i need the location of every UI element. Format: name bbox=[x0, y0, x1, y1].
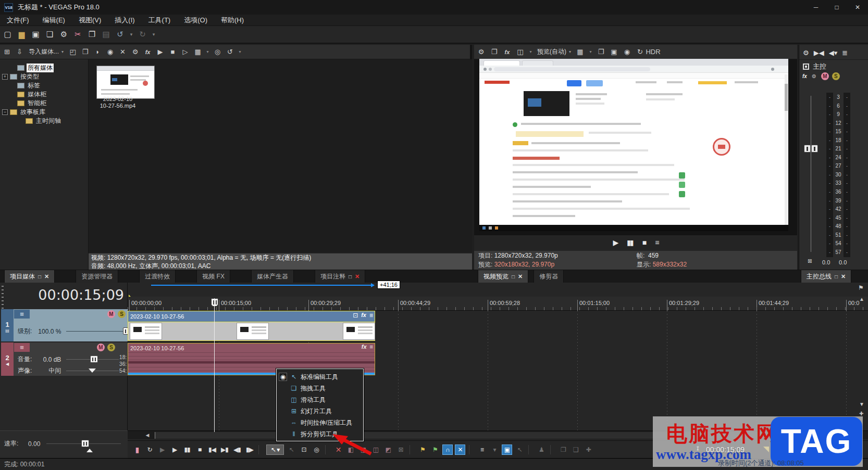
new-bin-icon[interactable]: ⊞ bbox=[2, 47, 12, 57]
import-dropdown-icon[interactable]: ▾ bbox=[61, 49, 64, 54]
prev-frame-icon[interactable]: ◀▮ bbox=[232, 444, 242, 455]
bus-fx-icon[interactable]: fx bbox=[802, 72, 807, 80]
audio-track-header[interactable]: 2◀ ≡ M S 音量: 0.0 dB 声像: 中间 bbox=[1, 342, 128, 376]
auto-ripple-icon[interactable]: ▣ bbox=[502, 444, 512, 455]
tree-item[interactable]: 智能柜 bbox=[0, 99, 88, 108]
dock-tab[interactable]: 媒体产生器 bbox=[251, 270, 294, 283]
stop-icon[interactable]: ■ bbox=[194, 444, 205, 455]
scopes-icon[interactable]: ◉ bbox=[622, 47, 632, 57]
track-mute-icon[interactable]: M bbox=[107, 310, 115, 318]
undo-dropdown-icon[interactable]: ▾ bbox=[129, 29, 134, 40]
track-menu-icon[interactable]: ≡ bbox=[14, 310, 30, 319]
hdr-icon[interactable]: HDR bbox=[648, 47, 658, 57]
cut-icon[interactable]: ✂ bbox=[72, 29, 83, 40]
scroll-up-icon[interactable]: ▲ bbox=[859, 296, 864, 302]
edit-tool-button[interactable]: ↖ ▾ bbox=[266, 444, 284, 455]
add-track-icon[interactable]: ✚ bbox=[583, 444, 593, 455]
clip-menu-icon[interactable]: ≡ bbox=[370, 344, 373, 350]
track-list-icon[interactable]: ≡ bbox=[477, 444, 487, 455]
preview-menu-button[interactable]: ≡ bbox=[655, 238, 658, 247]
menu-item[interactable]: 插入(I) bbox=[108, 16, 141, 25]
dock-tab[interactable]: 资源管理器 bbox=[76, 270, 118, 283]
track-solo-icon[interactable]: S bbox=[118, 310, 126, 318]
auto-crossfade-icon[interactable]: ✕ bbox=[455, 444, 465, 455]
tree-item[interactable]: − 故事板库 bbox=[0, 108, 88, 117]
preview-play-icon[interactable]: ▶ bbox=[155, 47, 165, 57]
loop-playback-icon[interactable]: ↻ bbox=[144, 444, 155, 455]
preview-settings-icon[interactable]: ⚙ bbox=[476, 47, 486, 57]
import-arrow-icon[interactable]: ⇩ bbox=[15, 47, 24, 57]
save-frame-icon[interactable]: ▣ bbox=[609, 47, 619, 57]
mixer-speaker-icon[interactable]: ◀▾ bbox=[829, 49, 838, 57]
group-icon[interactable]: ❐ bbox=[558, 444, 568, 455]
media-item-thumbnail[interactable] bbox=[96, 66, 155, 99]
save-icon[interactable]: ▣ bbox=[30, 29, 41, 40]
media-fx-icon[interactable]: fx bbox=[143, 47, 153, 57]
zoom-out-track-icon[interactable]: ▼ bbox=[859, 401, 864, 407]
dock-tab[interactable]: 项目媒体 □ ✕ bbox=[4, 270, 55, 283]
mixer-transitions-icon[interactable]: ▶◀ bbox=[814, 49, 824, 57]
menu-item[interactable]: 文件(F) bbox=[0, 16, 36, 25]
play-icon[interactable]: ▶ bbox=[169, 444, 180, 455]
snap-icon[interactable]: ∩ bbox=[442, 444, 453, 455]
new-project-icon[interactable]: ▢ bbox=[2, 29, 13, 40]
clip-crop-icon[interactable]: ⊡ bbox=[353, 312, 358, 319]
tree-item[interactable]: 媒体柜 bbox=[0, 90, 88, 99]
overlays-dropdown-icon[interactable]: ▾ bbox=[588, 47, 593, 57]
burn-disc-icon[interactable]: ◉ bbox=[105, 47, 115, 57]
dock-tab[interactable]: 主控总线 □ ✕ bbox=[801, 270, 851, 283]
master-fader[interactable] bbox=[804, 145, 818, 153]
capture-video-icon[interactable]: ◰ bbox=[68, 47, 78, 57]
menu-item[interactable]: 帮助(H) bbox=[214, 16, 251, 25]
selection-tool-icon[interactable]: ⊡ bbox=[299, 444, 309, 455]
context-menu-item[interactable]: ◉ ↖ 标准编辑工具 bbox=[277, 371, 363, 383]
undo-icon[interactable]: ↺ bbox=[115, 29, 126, 40]
external-monitor-icon[interactable]: ❐ bbox=[489, 47, 499, 57]
remove-icon[interactable]: ✕ bbox=[118, 47, 128, 57]
dock-tab[interactable]: 项目注释 □ ✕ bbox=[315, 270, 365, 283]
playhead-marker[interactable] bbox=[211, 298, 218, 307]
tab-float-icon[interactable]: □ bbox=[512, 274, 515, 280]
views-dropdown-icon[interactable]: ▾ bbox=[205, 47, 210, 57]
video-track-header[interactable]: 1▤ ≡ M S 级别: 100.0 % bbox=[1, 309, 128, 341]
menu-item[interactable]: 编辑(E) bbox=[36, 16, 72, 25]
context-menu-item[interactable]: ❏ 拖拽工具 bbox=[277, 383, 363, 394]
minimize-button[interactable]: ─ bbox=[805, 0, 826, 15]
play-from-start-icon[interactable]: ▶ bbox=[157, 444, 167, 455]
audio-track-number[interactable]: 2◀ bbox=[1, 342, 14, 376]
timeline-toolbar-icon[interactable] bbox=[410, 445, 414, 454]
search-icon[interactable]: ◎ bbox=[213, 47, 222, 57]
auto-preview-icon[interactable]: ▷ bbox=[180, 47, 190, 57]
solo-icon[interactable]: S bbox=[832, 72, 840, 80]
split-icon[interactable]: ◫ bbox=[370, 444, 381, 455]
ungroup-icon[interactable]: ❑ bbox=[571, 444, 581, 455]
timeline-toolbar-icon[interactable] bbox=[325, 445, 329, 454]
tab-close-icon[interactable]: ✕ bbox=[355, 273, 359, 280]
timeline-toolbar-icon[interactable] bbox=[258, 445, 263, 454]
tree-expander-icon[interactable]: − bbox=[2, 109, 8, 115]
tab-close-icon[interactable]: ✕ bbox=[841, 273, 846, 280]
context-menu-item[interactable]: ⇔ 时间拉伸/压缩工具 bbox=[277, 417, 363, 428]
time-selection-bar[interactable] bbox=[151, 285, 374, 286]
preview-pause-button[interactable]: ▮▮ bbox=[627, 238, 633, 247]
timeline-toolbar-icon[interactable] bbox=[528, 445, 532, 454]
clip-fx-icon[interactable]: fx bbox=[362, 344, 367, 350]
pause-icon[interactable]: ▮▮ bbox=[182, 444, 192, 455]
zoom-in-track-icon[interactable]: ✚ bbox=[859, 411, 863, 416]
split-dropdown-icon[interactable]: ▾ bbox=[528, 47, 533, 57]
media-properties-icon[interactable]: ⚙ bbox=[130, 47, 140, 57]
audio-volume-slider[interactable] bbox=[66, 359, 119, 360]
dock-tab[interactable]: 视频 FX bbox=[196, 270, 230, 283]
preview-quality-dropdown[interactable]: 预览(自动)▾ bbox=[536, 47, 573, 56]
tab-float-icon[interactable]: □ bbox=[835, 274, 838, 280]
lock-icon[interactable]: ⊠ bbox=[395, 444, 406, 455]
extract-audio-icon[interactable]: ❐ bbox=[80, 47, 90, 57]
tab-float-icon[interactable]: □ bbox=[349, 274, 352, 280]
go-to-end-icon[interactable]: ▶▮ bbox=[219, 444, 230, 455]
mixer-view-icon[interactable]: ♟ bbox=[536, 444, 547, 455]
video-level-slider[interactable] bbox=[66, 331, 132, 332]
open-icon[interactable]: ▆ bbox=[16, 29, 27, 40]
audio-pan-slider[interactable] bbox=[66, 371, 119, 371]
scroll-left-icon[interactable]: ◀ bbox=[143, 432, 152, 439]
context-menu-item[interactable]: ⊞ 幻灯片工具 bbox=[277, 405, 363, 417]
